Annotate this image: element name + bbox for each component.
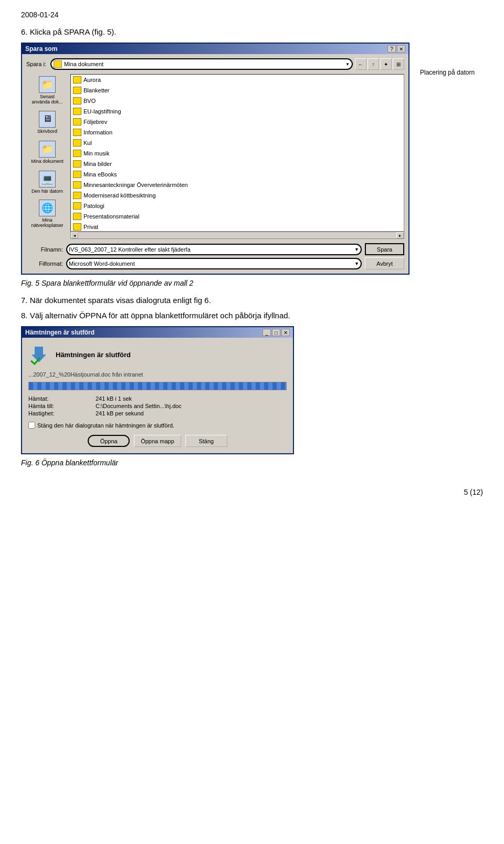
computer-icon: 💻 xyxy=(39,171,56,187)
filetype-label: Filformat: xyxy=(26,261,63,267)
file-item-bilder[interactable]: Mina bilder xyxy=(71,159,404,169)
fig5-caption: Fig. 5 Spara blankettformulär vid öppnan… xyxy=(21,279,483,287)
filetype-value: Microsoft Word-dokument xyxy=(69,261,135,267)
checkbox-row: Stäng den här dialogrutan när hämtningen… xyxy=(28,422,287,429)
mydocs-label: Mina dokument xyxy=(31,159,64,164)
download-dialog: Hämtningen är slutförd _ □ ✕ Hä xyxy=(21,326,294,454)
save-button[interactable]: Spara xyxy=(365,243,404,255)
stat-label-hamtat: Hämtat: xyxy=(28,395,91,402)
file-item-minnesanteckningar[interactable]: Minnesanteckningar Överveterinärmöten xyxy=(71,180,404,190)
checkbox-label: Stäng den här dialogrutan när hämtningen… xyxy=(37,422,174,429)
file-item-presentationsmaterial[interactable]: Presentationsmaterial xyxy=(71,211,404,222)
file-item-kul[interactable]: Kul xyxy=(71,138,404,148)
download-title-buttons: _ □ ✕ xyxy=(262,329,290,336)
back-button[interactable]: ← xyxy=(355,58,366,70)
progress-bar xyxy=(28,382,287,390)
download-stats: Hämtat: 241 kB i 1 sek Hämta till: C:\Do… xyxy=(28,395,287,416)
filetype-row: Filformat: Microsoft Word-dokument ▼ Avb… xyxy=(26,257,404,269)
maximize-button[interactable]: □ xyxy=(272,329,280,336)
download-header-text: Hämtningen är slutförd xyxy=(56,351,131,359)
close-checkbox[interactable] xyxy=(28,422,35,429)
file-item-aurora[interactable]: Aurora xyxy=(71,75,404,85)
recent-label: Senastanvända dok... xyxy=(32,94,62,105)
folder-icon xyxy=(73,97,81,105)
saveas-dialog-wrapper: Placering på datorn Spara som ? ✕ Spara … xyxy=(21,43,410,275)
open-button[interactable]: Öppna xyxy=(88,435,130,447)
minimize-button[interactable]: _ xyxy=(262,329,271,336)
saveas-sidebar: 📁 Senastanvända dok... 🖥 Skrivbord 📁 Min… xyxy=(26,74,68,232)
sidebar-desktop[interactable]: 🖥 Skrivbord xyxy=(26,108,68,137)
desktop-icon: 🖥 xyxy=(39,111,56,128)
filename-row: Filnamn: IVS_063_2007_12 Kontroller efte… xyxy=(26,243,404,255)
file-item-patologi[interactable]: Patologi xyxy=(71,201,404,211)
file-item-foljebrev[interactable]: Följebrev xyxy=(71,117,404,127)
filename-input[interactable]: IVS_063_2007_12 Kontroller efter slakt f… xyxy=(66,244,362,255)
folder-icon xyxy=(73,118,81,126)
filename-dropdown[interactable]: ▼ xyxy=(354,247,359,252)
close-download-button[interactable]: ✕ xyxy=(281,329,290,336)
folder-icon xyxy=(54,60,62,68)
up-button[interactable]: ↑ xyxy=(368,58,379,70)
callout-text: Placering på datorn xyxy=(420,69,504,76)
download-icon-svg xyxy=(28,344,49,365)
title-bar-buttons: ? ✕ xyxy=(387,45,405,53)
close-dl-button[interactable]: Stäng xyxy=(185,435,227,447)
close-button[interactable]: ✕ xyxy=(397,45,405,53)
new-folder-button[interactable]: ✦ xyxy=(380,58,392,70)
saveas-body: Spara i: Mina dokument ▼ ← ↑ ✦ ⊞ xyxy=(22,54,408,274)
folder-icon xyxy=(73,139,81,147)
fig6-caption: Fig. 6 Öppna blankettformulär xyxy=(21,459,483,467)
file-item-moderniserad[interactable]: Moderniserad köttbesiktning xyxy=(71,190,404,201)
dropdown-arrow: ▼ xyxy=(345,62,350,67)
filetype-arrow: ▼ xyxy=(354,261,359,266)
progress-bar-fill xyxy=(29,382,286,390)
download-body: Hämtningen är slutförd ...2007_12_%20Häs… xyxy=(22,338,293,453)
saveas-dialog: Spara som ? ✕ Spara i: Mina dokument ▼ ←… xyxy=(21,43,410,275)
saveas-title: Spara som xyxy=(25,45,57,53)
folder-icon xyxy=(73,160,81,168)
saveas-form: Filnamn: IVS_063_2007_12 Kontroller efte… xyxy=(26,243,404,269)
stat-value-hamtat: 241 kB i 1 sek xyxy=(96,395,287,402)
file-list[interactable]: Aurora Blanketter BVO EU-lagstiftning xyxy=(70,74,404,232)
folder-icon xyxy=(73,213,81,220)
filetype-select[interactable]: Microsoft Word-dokument ▼ xyxy=(66,258,362,269)
folder-icon xyxy=(73,171,81,178)
folder-icon xyxy=(73,150,81,157)
file-item-musik[interactable]: Min musik xyxy=(71,148,404,159)
file-item-bvo[interactable]: BVO xyxy=(71,96,404,106)
file-item-eu[interactable]: EU-lagstiftning xyxy=(71,106,404,117)
filename-label: Filnamn: xyxy=(26,246,63,253)
sidebar-network[interactable]: 🌐 Minanätverksplatser xyxy=(26,197,68,230)
help-button[interactable]: ? xyxy=(387,45,396,53)
horizontal-scrollbar[interactable]: ◄ ► xyxy=(70,232,404,239)
download-filename: ...2007_12_%20Hästjournal.doc från intra… xyxy=(28,371,287,378)
file-item-blanketter[interactable]: Blanketter xyxy=(71,85,404,96)
sidebar-computer[interactable]: 💻 Den här datorn xyxy=(26,168,68,196)
download-buttons: Öppna Öppna mapp Stäng xyxy=(28,435,287,447)
stat-value-hamtatill: C:\Documents and Settin...\hj.doc xyxy=(96,403,287,409)
file-item-information[interactable]: Information xyxy=(71,127,404,138)
sidebar-mydocs[interactable]: 📁 Mina dokument xyxy=(26,138,68,166)
network-icon: 🌐 xyxy=(39,200,56,216)
step7-text: 7. När dokumentet sparats visas dialogru… xyxy=(21,296,483,305)
view-button[interactable]: ⊞ xyxy=(393,58,404,70)
scrollbar-container: ◄ ► xyxy=(70,232,404,239)
file-item-ebooks[interactable]: Mina eBooks xyxy=(71,169,404,180)
download-title-bar: Hämtningen är slutförd _ □ ✕ xyxy=(22,327,293,338)
scroll-right[interactable]: ► xyxy=(396,232,404,238)
saveas-toolbar: Spara i: Mina dokument ▼ ← ↑ ✦ ⊞ xyxy=(26,58,404,70)
mydocs-icon: 📁 xyxy=(39,141,56,158)
open-folder-button[interactable]: Öppna mapp xyxy=(134,435,181,447)
download-complete-icon xyxy=(28,344,49,365)
toolbar-buttons: ← ↑ ✦ ⊞ xyxy=(355,58,404,70)
sidebar-recent[interactable]: 📁 Senastanvända dok... xyxy=(26,74,68,107)
file-item-privat[interactable]: Privat xyxy=(71,222,404,232)
location-text: Mina dokument xyxy=(64,61,103,67)
stat-value-hastighet: 241 kB per sekund xyxy=(96,410,287,416)
spara-i-label: Spara i: xyxy=(26,61,46,67)
scroll-left[interactable]: ◄ xyxy=(71,232,78,238)
step6-text: 6. Klicka på SPARA (fig. 5). xyxy=(21,27,483,36)
folder-icon xyxy=(73,181,81,189)
location-dropdown[interactable]: Mina dokument ▼ xyxy=(50,58,353,70)
cancel-button[interactable]: Avbryt xyxy=(365,257,404,269)
